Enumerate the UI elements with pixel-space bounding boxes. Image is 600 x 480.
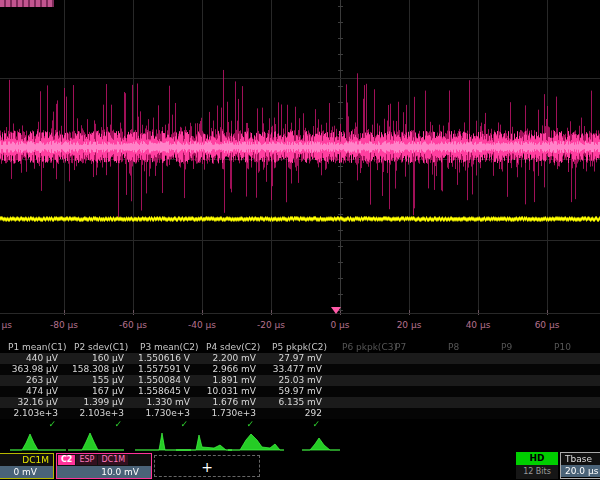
measure-cell: 2.103e+3 (66, 408, 132, 419)
measure-cell: 1.558645 V (132, 386, 198, 397)
histicon-p4[interactable] (174, 431, 234, 452)
measure-cell: 155 µV (66, 375, 132, 386)
measure-cell (436, 386, 489, 397)
time-axis-label: 60 µs (535, 320, 560, 330)
hd-mode-badge[interactable]: HD (516, 452, 558, 465)
measure-cell: 1.730e+3 (132, 408, 198, 419)
measure-header-p2[interactable]: P2 sdev(C1) (66, 341, 132, 353)
measure-status-check-icon: ✓ (132, 419, 198, 430)
measure-cell: 158.308 µV (66, 364, 132, 375)
clipped-trace-label (0, 0, 54, 7)
measure-cell: 2.200 mV (198, 353, 264, 364)
measure-cell (542, 397, 595, 408)
measure-cell (595, 397, 600, 408)
time-axis-label: -60 µs (119, 320, 147, 330)
channel-c1-descriptor[interactable]: DC1M 0 mV (0, 453, 54, 479)
measure-cell: 6.135 mV (264, 397, 330, 408)
measure-cell (383, 408, 436, 419)
measure-cell: 363.98 µV (0, 364, 66, 375)
hd-bits-label: 12 Bits (516, 465, 558, 479)
measure-cell: 33.477 mV (264, 364, 330, 375)
time-axis-label: 20 µs (397, 320, 422, 330)
time-axis-label: -100 µs (0, 320, 12, 330)
measure-header-p6[interactable]: P6 pkpk(C3) (330, 341, 383, 353)
measure-cell (542, 353, 595, 364)
timebase-descriptor[interactable]: Tbase 20.0 µs (560, 452, 600, 479)
measure-header-p4[interactable]: P4 sdev(C2) (198, 341, 264, 353)
measure-cell (595, 408, 600, 419)
measure-cell: 1.399 µV (66, 397, 132, 408)
measure-cell (383, 397, 436, 408)
measure-cell (489, 386, 542, 397)
measure-cell (383, 353, 436, 364)
oscilloscope-screen: -100 µs-80 µs-60 µs-40 µs-20 µs0 µs20 µs… (0, 0, 600, 480)
measure-status-check-icon: ✓ (66, 419, 132, 430)
measure-cell (595, 364, 600, 375)
measure-cell: 1.557591 V (132, 364, 198, 375)
measure-cell: 263 µV (0, 375, 66, 386)
measure-cell (489, 397, 542, 408)
measure-cell (383, 386, 436, 397)
histicon-p6-partial[interactable] (300, 431, 360, 452)
time-axis-label: 0 µs (330, 320, 349, 330)
measure-cell (330, 386, 383, 397)
measure-cell (383, 375, 436, 386)
channel-c2-descriptor[interactable]: C2ESPDC1M 10.0 mV (56, 453, 152, 479)
trigger-position-icon[interactable] (331, 307, 341, 314)
measure-header-p8[interactable]: P8 (436, 341, 489, 353)
histicon-p5[interactable] (226, 431, 286, 452)
measure-cell: 1.330 mV (132, 397, 198, 408)
measure-cell: 2.103e+3 (0, 408, 66, 419)
histicon-p2[interactable] (66, 431, 126, 452)
measure-cell (489, 375, 542, 386)
measure-cell (542, 364, 595, 375)
measure-cell (330, 375, 383, 386)
measure-header-p1[interactable]: P1 mean(C1) (0, 341, 66, 353)
measure-cell: 32.16 µV (0, 397, 66, 408)
measure-cell (489, 353, 542, 364)
measure-status-check-icon: ✓ (264, 419, 330, 430)
measure-header-p3[interactable]: P3 mean(C2) (132, 341, 198, 353)
c1-coupling-label: DC1M (0, 454, 53, 466)
time-axis-label: -20 µs (257, 320, 285, 330)
histicon-p1[interactable] (8, 431, 68, 452)
measure-header-p7[interactable]: P7 (383, 341, 436, 353)
measure-cell (436, 364, 489, 375)
measure-cell: 27.97 mV (264, 353, 330, 364)
measure-cell: 474 µV (0, 386, 66, 397)
measure-cell (542, 386, 595, 397)
plus-icon: + (201, 459, 213, 475)
timebase-title: Tbase (561, 453, 600, 465)
measure-cell: 1.550084 V (132, 375, 198, 386)
measure-header-p11[interactable]: P11 (595, 341, 600, 353)
measure-header-p9[interactable]: P9 (489, 341, 542, 353)
c1-volts-per-div: 0 mV (0, 466, 53, 478)
c2-channel-badge: C2 (58, 455, 75, 465)
measure-status-check-icon: ✓ (0, 419, 66, 430)
measure-cell (330, 364, 383, 375)
measurement-table: P1 mean(C1)P2 sdev(C1)P3 mean(C2)P4 sdev… (0, 341, 600, 431)
measure-cell (489, 408, 542, 419)
time-axis: -100 µs-80 µs-60 µs-40 µs-20 µs0 µs20 µs… (0, 315, 600, 341)
measure-status-check-icon: ✓ (198, 419, 264, 430)
measure-cell: 1.891 mV (198, 375, 264, 386)
measure-header-p5[interactable]: P5 pkpk(C2) (264, 341, 330, 353)
c2-coupling-label: DC1M (98, 455, 128, 465)
measure-cell: 1.676 mV (198, 397, 264, 408)
c2-volts-per-div: 10.0 mV (57, 466, 151, 478)
measure-cell: 25.03 mV (264, 375, 330, 386)
waveform-display[interactable] (0, 0, 600, 315)
measure-header-p10[interactable]: P10 (542, 341, 595, 353)
bottom-bar: DC1M 0 mV C2ESPDC1M 10.0 mV + HD 12 Bits… (0, 452, 600, 480)
measure-cell: 292 (264, 408, 330, 419)
add-channel-button[interactable]: + (154, 455, 260, 477)
measure-cell (595, 353, 600, 364)
measure-cell (436, 408, 489, 419)
measure-cell (489, 364, 542, 375)
timebase-value: 20.0 µs (561, 465, 600, 477)
measure-cell (436, 353, 489, 364)
measure-cell: 167 µV (66, 386, 132, 397)
measure-cell: 59.97 mV (264, 386, 330, 397)
measure-cell (330, 408, 383, 419)
measure-cell (542, 375, 595, 386)
